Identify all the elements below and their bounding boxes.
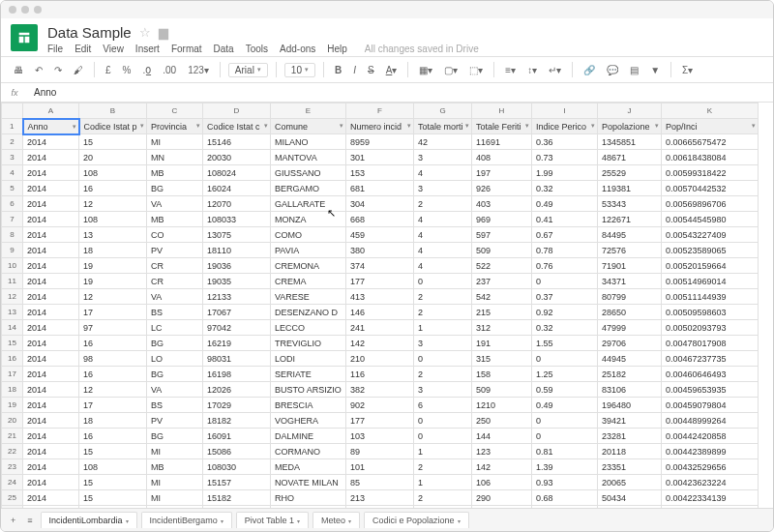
cell[interactable]: 509 <box>472 382 532 398</box>
header-cell[interactable]: Provincia▾ <box>147 119 203 134</box>
col-header[interactable]: J <box>598 103 662 119</box>
cell[interactable]: CREMONA <box>271 258 346 274</box>
cell[interactable]: 0.32 <box>532 320 598 336</box>
cell[interactable]: 0.49 <box>532 196 598 212</box>
header-cell[interactable]: Codice Istat c▾ <box>203 119 271 134</box>
col-header[interactable]: F <box>346 103 414 119</box>
cell[interactable]: 2014 <box>23 258 79 274</box>
menu-insert[interactable]: Insert <box>135 44 160 54</box>
cell[interactable]: MB <box>147 212 203 227</box>
cell[interactable]: 0.00432529656 <box>662 459 759 475</box>
cell[interactable]: 2014 <box>23 398 79 413</box>
cell[interactable]: 8959 <box>346 134 414 150</box>
cell[interactable]: GALLARATE <box>271 196 346 212</box>
cell[interactable]: MI <box>147 475 203 490</box>
cell[interactable]: 197 <box>472 165 532 181</box>
cell[interactable]: 0.00520159664 <box>662 258 759 274</box>
cell[interactable]: 403 <box>472 196 532 212</box>
cell[interactable]: 250 <box>472 413 532 429</box>
cell[interactable]: 1.55 <box>532 336 598 351</box>
print-icon[interactable]: 🖶 <box>11 63 26 77</box>
cell[interactable]: 0 <box>414 274 472 289</box>
cell[interactable]: 0.76 <box>532 258 598 274</box>
cell[interactable]: 312 <box>472 320 532 336</box>
cell[interactable]: 108 <box>79 212 147 227</box>
cell[interactable]: 4 <box>414 243 472 258</box>
cell[interactable]: 1210 <box>472 398 532 413</box>
cell[interactable]: 177 <box>346 274 414 289</box>
col-header[interactable]: K <box>662 103 759 119</box>
cell[interactable]: COMO <box>271 227 346 243</box>
add-sheet-button[interactable]: + <box>7 514 19 527</box>
cell[interactable]: 18 <box>79 243 147 258</box>
cell[interactable]: 39421 <box>598 413 662 429</box>
cell[interactable]: 0.00459079804 <box>662 398 759 413</box>
cell[interactable]: 15146 <box>203 134 271 150</box>
cell[interactable]: 72576 <box>598 243 662 258</box>
percent-icon[interactable]: % <box>120 63 134 77</box>
star-icon[interactable]: ☆ <box>139 25 151 40</box>
col-header[interactable]: I <box>532 103 598 119</box>
cell[interactable]: 20 <box>79 150 147 165</box>
currency-icon[interactable]: £ <box>103 63 114 77</box>
cell[interactable]: 18110 <box>203 243 271 258</box>
cell[interactable]: MEDA <box>271 459 346 475</box>
cell[interactable]: 2014 <box>23 212 79 227</box>
cell[interactable]: 597 <box>472 227 532 243</box>
h-align-icon[interactable]: ≡▾ <box>502 63 519 77</box>
cell[interactable]: 103 <box>346 429 414 444</box>
cell[interactable]: BRESCIA <box>271 398 346 413</box>
cell[interactable]: 0.81 <box>532 444 598 459</box>
cell[interactable]: 0.37 <box>532 289 598 305</box>
cell[interactable]: 44945 <box>598 351 662 367</box>
cell[interactable]: 0.73 <box>532 150 598 165</box>
cell[interactable]: 16091 <box>203 429 271 444</box>
cell[interactable]: BG <box>147 336 203 351</box>
cell[interactable]: 380 <box>346 243 414 258</box>
cell[interactable]: 0 <box>414 413 472 429</box>
cell[interactable]: 2014 <box>23 165 79 181</box>
cell[interactable]: 2014 <box>23 367 79 382</box>
cell[interactable]: 542 <box>472 289 532 305</box>
cell[interactable]: 0.32 <box>532 181 598 196</box>
cell[interactable]: 459 <box>346 227 414 243</box>
header-cell[interactable]: Codice Istat p▾ <box>79 119 147 134</box>
cell[interactable]: 12026 <box>203 382 271 398</box>
cell[interactable]: 16 <box>79 429 147 444</box>
cell[interactable]: DALMINE <box>271 429 346 444</box>
cell[interactable]: 0.00509598603 <box>662 305 759 320</box>
cell[interactable]: 108033 <box>203 212 271 227</box>
cell[interactable]: 0.00665675472 <box>662 134 759 150</box>
cell[interactable]: 12 <box>79 289 147 305</box>
cell[interactable]: 2014 <box>23 227 79 243</box>
cell[interactable]: 108 <box>79 165 147 181</box>
cell[interactable]: 1 <box>414 475 472 490</box>
cell[interactable]: 237 <box>472 274 532 289</box>
cell[interactable]: 47999 <box>598 320 662 336</box>
link-icon[interactable]: 🔗 <box>580 63 598 77</box>
cell[interactable]: 122671 <box>598 212 662 227</box>
cell[interactable]: 0.00467237735 <box>662 351 759 367</box>
cell[interactable]: 0.49 <box>532 398 598 413</box>
sheet-tab[interactable]: Pivot Table 1▾ <box>236 512 309 528</box>
cell[interactable]: 902 <box>346 398 414 413</box>
header-cell[interactable]: Totale morti▾ <box>414 119 472 134</box>
cell[interactable]: 0 <box>414 351 472 367</box>
cell[interactable]: 29706 <box>598 336 662 351</box>
text-color-icon[interactable]: A▾ <box>383 63 401 77</box>
cell[interactable]: 158 <box>472 367 532 382</box>
sheet-tab[interactable]: Meteo▾ <box>313 512 360 528</box>
cell[interactable]: 2014 <box>23 413 79 429</box>
cell[interactable]: 0.41 <box>532 212 598 227</box>
cell[interactable]: RHO <box>271 490 346 506</box>
cell[interactable]: BG <box>147 367 203 382</box>
cell[interactable]: BS <box>147 305 203 320</box>
cell[interactable]: 1 <box>414 444 472 459</box>
cell[interactable]: 1.99 <box>532 165 598 181</box>
cell[interactable]: 213 <box>346 490 414 506</box>
cell[interactable]: 1345851 <box>598 134 662 150</box>
cell[interactable]: 0 <box>532 413 598 429</box>
cell[interactable]: 2 <box>414 305 472 320</box>
cell[interactable]: 16198 <box>203 367 271 382</box>
cell[interactable]: 0.36 <box>532 134 598 150</box>
